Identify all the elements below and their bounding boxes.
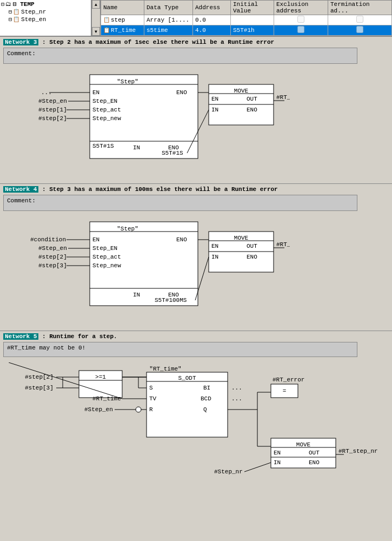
col-datatype: Data Type (144, 1, 193, 15)
exclusion-check-2[interactable] (297, 26, 304, 33)
svg-text:MOVE: MOVE (234, 88, 249, 94)
svg-text:#Step_nr: #Step_nr (214, 469, 243, 475)
scroll-down[interactable]: ▼ (92, 27, 100, 36)
svg-text:EN: EN (211, 96, 218, 102)
svg-text:#RT_error: #RT_error (273, 377, 304, 383)
tree-step-nr[interactable]: ⊟ 📋 Step_nr (0, 8, 91, 16)
svg-text:Step_EN: Step_EN (92, 98, 117, 104)
svg-text:S: S (149, 385, 153, 391)
term-check-2[interactable] (356, 26, 363, 33)
svg-text:Step_act: Step_act (92, 107, 121, 113)
svg-text:ENO: ENO (247, 107, 257, 113)
svg-text:Step_new: Step_new (92, 262, 121, 269)
svg-text:#step[2]: #step[2] (25, 374, 54, 380)
svg-text:...: ... (231, 385, 242, 391)
svg-text:#RT_time: #RT_time (276, 241, 290, 248)
svg-text:"Step": "Step" (117, 226, 138, 232)
svg-point-110 (136, 407, 141, 412)
svg-text:S_ODT: S_ODT (178, 375, 196, 381)
svg-text:S5T#1S: S5T#1S (162, 150, 183, 156)
svg-text:#step[3]: #step[3] (38, 262, 67, 269)
svg-text:R: R (149, 406, 153, 413)
exclusion-check-1[interactable] (297, 16, 304, 23)
network-3-diagram: "Step" EN Step_EN Step_act Step_new ENO … (3, 67, 389, 181)
svg-text:ENO: ENO (247, 254, 257, 260)
network-5-diagram: >=1 #step[2] #step[3] "RT_time" S_ODT S … (3, 360, 389, 496)
svg-text:Step_new: Step_new (92, 115, 121, 122)
svg-text:"RT_time": "RT_time" (149, 366, 181, 372)
svg-text:#Step_en: #Step_en (38, 245, 67, 252)
network-5: Network 5 : Runtime for a step. #RT_time… (0, 331, 392, 498)
svg-text:#RT_time: #RT_time (92, 395, 121, 402)
network-3: Network 3 : Step 2 has a maximum of 1sec… (0, 36, 392, 183)
network-4: Network 4 : Step 3 has a maximum of 100m… (0, 183, 392, 331)
col-initial: Initial Value (231, 1, 274, 15)
top-panel: ⊟ 🗂 ⊟ TEMP ⊟ 📋 Step_nr ⊟ 📋 Step_en ▲ ▼ N… (0, 0, 392, 36)
svg-text:#step[2]: #step[2] (38, 254, 67, 260)
network-3-comment[interactable]: Comment: (3, 48, 357, 64)
svg-text:OUT: OUT (309, 450, 320, 456)
svg-text:OUT: OUT (247, 96, 257, 102)
svg-text:>=1: >=1 (95, 374, 106, 380)
svg-text:#step[3]: #step[3] (25, 385, 54, 391)
svg-text:"Step": "Step" (117, 78, 138, 85)
svg-text:ENO: ENO (176, 89, 187, 96)
svg-text:EN: EN (274, 450, 281, 456)
col-address: Address (193, 1, 231, 15)
tree-step-en[interactable]: ⊟ 📋 Step_en (0, 16, 91, 23)
network-5-title: Network 5 : Runtime for a step. (3, 333, 389, 340)
network-4-title: Network 4 : Step 3 has a maximum of 100m… (3, 186, 389, 193)
svg-text:#Step_en: #Step_en (38, 98, 67, 104)
network-5-comment[interactable]: #RT_time may not be 0! (3, 342, 357, 357)
svg-text:TV: TV (149, 395, 157, 402)
svg-text:IN: IN (133, 144, 140, 151)
svg-text:#Step_en: #Step_en (84, 406, 113, 413)
svg-text:EN: EN (92, 236, 99, 243)
col-exclusion: Exclusion address (274, 1, 328, 15)
col-name: Name (101, 1, 144, 15)
svg-text:S5T#100MS: S5T#100MS (155, 297, 187, 304)
svg-text:Step_EN: Step_EN (92, 245, 117, 252)
network-3-title: Network 3 : Step 2 has a maximum of 1sec… (3, 39, 389, 45)
svg-line-105 (244, 463, 271, 472)
svg-text:MOVE: MOVE (296, 441, 311, 448)
svg-text:ENO: ENO (176, 236, 187, 243)
network-5-svg: >=1 #step[2] #step[3] "RT_time" S_ODT S … (9, 362, 387, 492)
svg-text:IN: IN (133, 292, 140, 298)
svg-text:BCD: BCD (201, 395, 211, 402)
svg-text:S5T#1S: S5T#1S (92, 143, 114, 149)
svg-text:#RT_step_nr: #RT_step_nr (338, 448, 378, 454)
network-4-diagram: "Step" EN Step_EN Step_act Step_new ENO … (3, 214, 389, 328)
network-3-svg: "Step" EN Step_EN Step_act Step_new ENO … (9, 69, 290, 177)
svg-text:Q: Q (203, 406, 207, 413)
svg-text:=: = (283, 388, 287, 394)
svg-text:...: ... (231, 395, 242, 402)
svg-text:#step[2]: #step[2] (38, 115, 67, 122)
scroll-up[interactable]: ▲ (92, 0, 100, 9)
network-4-comment[interactable]: Comment: (3, 195, 357, 211)
svg-rect-75 (147, 372, 228, 437)
svg-text:IN: IN (211, 107, 218, 113)
svg-text:Step_act: Step_act (92, 254, 121, 260)
col-term: Termination ad... (328, 1, 392, 15)
svg-text:MOVE: MOVE (234, 235, 249, 241)
svg-text:#step[1]: #step[1] (38, 107, 67, 113)
svg-text:BI: BI (203, 385, 210, 391)
svg-text:#condition: #condition (30, 236, 66, 243)
network-4-svg: "Step" EN Step_EN Step_act Step_new ENO … (9, 216, 290, 325)
svg-text:EN: EN (211, 243, 218, 249)
tree-root[interactable]: ⊟ 🗂 ⊟ TEMP (0, 0, 91, 8)
svg-text:EN: EN (92, 89, 99, 96)
table-row[interactable]: 📋RT_time s5time 4.0 S5T#1h (101, 25, 392, 36)
svg-text:IN: IN (211, 254, 218, 260)
term-check-1[interactable] (356, 16, 363, 23)
svg-text:ENO: ENO (309, 459, 320, 466)
svg-text:OUT: OUT (247, 243, 257, 249)
table-row[interactable]: 📋step Array [1.... 0.0 (101, 15, 392, 25)
svg-text:IN: IN (274, 459, 281, 466)
svg-text:#RT_time: #RT_time (276, 94, 290, 101)
